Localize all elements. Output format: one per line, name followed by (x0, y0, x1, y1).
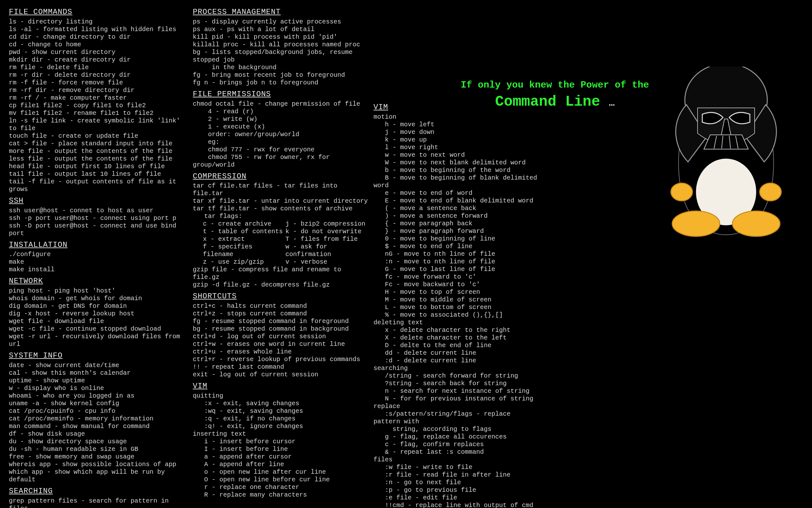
cmd-line: X - delete character to the left (374, 334, 538, 342)
section-title: INSTALLATION (9, 241, 190, 250)
cmd-line: make install (9, 266, 190, 273)
svg-point-7 (732, 211, 780, 237)
cmd-line: 2 - write (w) (193, 116, 370, 123)
section: SHORTCUTSctrl+c - halts current commandc… (193, 292, 370, 379)
cmd-line: l - move right (374, 144, 538, 151)
cmd-line: in the background (193, 64, 370, 71)
cmd-line: n - search for next instance of string (374, 387, 538, 395)
cmd-line: man command - show manual for command (9, 423, 190, 430)
section-title: VIM (193, 382, 370, 391)
cmd-line: cp file1 file2 - copy file1 to file2 (9, 102, 190, 110)
section: SEARCHINGgrep pattern files - search for… (9, 487, 190, 508)
cmd-line: ssh -p port user@host - connect using po… (9, 214, 190, 222)
cmd-line: quitting (193, 392, 370, 400)
cmd-line: D - delte to the end of line (374, 342, 538, 349)
cmd-line: ctrl+u - erases whole line (193, 348, 370, 356)
cmd-line: touch file - create or update file (9, 132, 190, 140)
cmd-line: k - move up (374, 136, 538, 144)
cmd-line: h - move left (374, 121, 538, 128)
cmd-line: order: owner/group/world (193, 131, 370, 138)
tar-flags: c - create archivet - table of contentsx… (193, 220, 370, 266)
section-title: SSH (9, 197, 190, 206)
cmd-line: w - ask for confirmation (285, 243, 370, 258)
cmd-line: head file - output first 10 lines of fil… (9, 163, 190, 170)
cmd-line: tar xf file.tar - untar into current dir… (193, 197, 370, 205)
tagline: If only you knew the Power of the Comman… (457, 79, 653, 111)
cmd-line: fc - move forward to 'c' (374, 273, 538, 281)
cmd-line: fg - resume stopped command in foregroun… (193, 318, 370, 325)
cmd-line: /string - search forward for string (374, 372, 538, 380)
cmd-line: R - replace many characters (193, 491, 370, 499)
cmd-line: :q - exit, if no changes (193, 415, 370, 423)
cmd-line: ctrl+w - erases one word in current line (193, 340, 370, 348)
cmd-line: & - repeat last :s command (374, 448, 538, 456)
cmd-line: rm -rf dir - remove directory dir (9, 87, 190, 94)
cmd-line: rm -f file - force remove file (9, 79, 190, 87)
cmd-line: a - append after cursor (193, 453, 370, 461)
cmd-line: dd - delete current line (374, 349, 538, 357)
cmd-line: H - move to top of screen (374, 288, 538, 296)
section: COMPRESSIONtar cf file.tar files - tar f… (193, 172, 370, 289)
section-title: COMPRESSION (193, 172, 370, 181)
cmd-line: O - open new line before cur line (193, 476, 370, 483)
cmd-line: L - move to bottom of screen (374, 304, 538, 311)
cmd-line: gzip file - compress file and rename to … (193, 266, 370, 281)
column-2: PROCESS MANAGEMENTps - display currently… (193, 8, 370, 508)
section: VIMmotion h - move left j - move down k … (374, 103, 538, 508)
cmd-line: :n - go to next file (374, 479, 538, 486)
cmd-line: ls -al - formatted listing with hidden f… (9, 26, 190, 33)
cmd-line: du - show directory space usage (9, 438, 190, 446)
cmd-line: cd - change to home (9, 41, 190, 48)
cmd-line: :q! - exit, ignore changes (193, 423, 370, 430)
cmd-line: tar flags: (193, 213, 370, 220)
cmd-line: less file - output the contents of the f… (9, 155, 190, 163)
cmd-line: df - show disk usage (9, 430, 190, 438)
tagline-line1: If only you knew the Power of the (461, 80, 649, 90)
cmd-line: whois domain - get whois for domain (9, 295, 190, 302)
cmd-line: j - bzip2 compression (285, 220, 370, 228)
section: SYSTEM INFOdate - show current date/time… (9, 351, 190, 483)
cmd-line: !! - repeat last command (193, 363, 370, 371)
cmd-line: o - open new line after cur line (193, 468, 370, 476)
cmd-line: v - verbose (285, 258, 370, 266)
cmd-line: w - move to next word (374, 151, 538, 159)
cmd-line: x - extract (203, 236, 285, 243)
section-title: SEARCHING (9, 487, 190, 496)
cmd-line: k - do not overwrite (285, 228, 370, 236)
cmd-line: cat /proc/cpuinfo - cpu info (9, 408, 190, 415)
cmd-line: ps aux - ps with a lot of detail (193, 26, 370, 33)
cmd-line: ping host - ping host 'host' (9, 287, 190, 295)
svg-point-9 (760, 183, 781, 201)
cmd-line: chmod 777 - rwx for everyone (193, 146, 370, 154)
svg-point-6 (672, 211, 720, 237)
cmd-line: r - replace one character (193, 483, 370, 491)
cmd-line: :wq - exit, saving changes (193, 408, 370, 415)
cmd-line: eg: (193, 138, 370, 146)
section-title: SHORTCUTS (193, 292, 370, 301)
cmd-line: ls - directory listing (9, 18, 190, 26)
cmd-line: ctrl+c - halts current command (193, 302, 370, 310)
cmd-line: ./configure (9, 251, 190, 258)
cmd-line: B - move to beginning of blank delimited… (374, 174, 538, 189)
cmd-line: g - flag, replace all occurences (374, 433, 538, 441)
cmd-line: tail -f file - output contents of file a… (9, 178, 190, 193)
section-title: NETWORK (9, 277, 190, 286)
cmd-line: files (374, 456, 538, 464)
cmd-line: 1 - execute (x) (193, 123, 370, 131)
cmd-line: % - move to associated (),{},[] (374, 311, 538, 319)
cmd-line: du -sh - human readable size in GB (9, 446, 190, 453)
cmd-line: M - move to middle of screen (374, 296, 538, 304)
cmd-line: free - show memory and swap usage (9, 453, 190, 461)
cmd-line: kill pid - kill process with pid 'pid' (193, 33, 370, 41)
cmd-line: 4 - read (r) (193, 108, 370, 116)
cmd-line: wget file - download file (9, 318, 190, 325)
section: FILE PERMISSIONSchmod octal file - chang… (193, 90, 370, 169)
cmd-line: tar cf file.tar files - tar files into f… (193, 182, 370, 197)
cmd-line: ln -s file link - create symbolic link '… (9, 117, 190, 132)
cmd-line: fg n - brings job n to foreground (193, 79, 370, 87)
cmd-line: uptime - show uptime (9, 377, 190, 385)
section-title: FILE COMMANDS (9, 8, 190, 17)
cmd-line: b - move to beginning of the word (374, 167, 538, 174)
cmd-line: exit - log out of current session (193, 371, 370, 379)
cmd-line: mkdir dir - create direcotry dir (9, 56, 190, 64)
